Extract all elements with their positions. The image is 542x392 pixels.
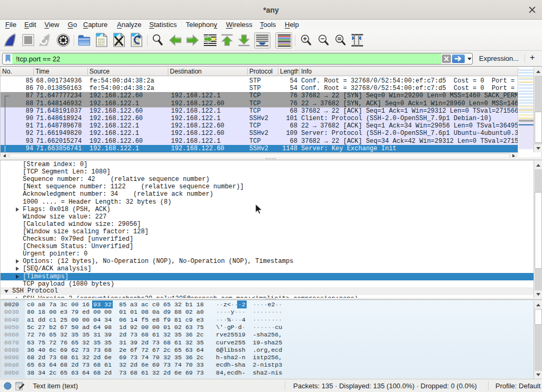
svg-text:0011: 0011	[98, 43, 105, 47]
